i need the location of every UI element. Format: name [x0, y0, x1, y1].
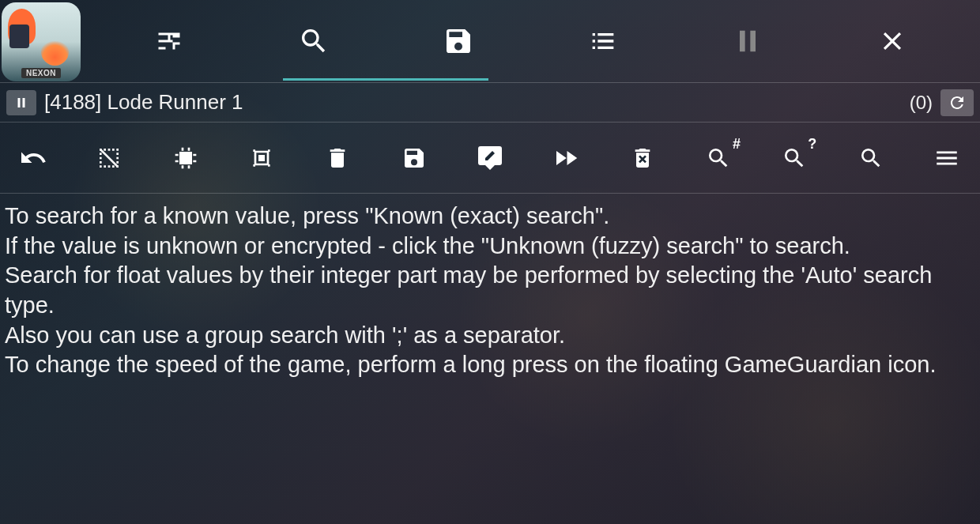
tab-search[interactable] — [298, 25, 330, 57]
search-icon — [298, 25, 330, 57]
trash-icon — [325, 145, 350, 171]
select-none-button[interactable] — [92, 141, 126, 175]
top-bar: NEXON — [0, 0, 980, 83]
undo-icon — [19, 144, 47, 172]
clear-button[interactable] — [625, 141, 660, 175]
known-search-button[interactable]: # — [701, 141, 736, 175]
save-icon — [443, 25, 474, 57]
search-sup-hash: # — [733, 136, 741, 153]
menu-button[interactable] — [929, 141, 964, 175]
top-tabs — [81, 0, 980, 82]
tab-pause[interactable] — [732, 25, 763, 57]
search-unknown-icon — [782, 145, 807, 171]
list-icon — [587, 25, 619, 57]
delete-button[interactable] — [320, 141, 355, 175]
tab-list[interactable] — [587, 25, 619, 57]
save-results-button[interactable] — [397, 141, 432, 175]
edit-tag-icon — [476, 144, 504, 172]
process-bar: [4188] Lode Runner 1 (0) — [0, 83, 980, 123]
memory-chip-icon — [173, 145, 198, 171]
unknown-search-button[interactable]: ? — [777, 141, 812, 175]
undo-button[interactable] — [16, 141, 51, 175]
pause-icon — [732, 25, 763, 58]
search-number-icon — [706, 145, 731, 171]
app-brand-label: NEXON — [21, 68, 61, 78]
help-text: To search for a known value, press "Know… — [0, 194, 980, 388]
close-icon — [877, 26, 907, 56]
pause-icon — [14, 96, 28, 110]
save-icon — [401, 145, 427, 171]
help-line: To search for a known value, press "Know… — [5, 202, 975, 232]
speed-button[interactable] — [548, 141, 583, 175]
select-none-icon — [96, 145, 122, 171]
memory-chip-outline-icon — [249, 145, 274, 171]
tab-settings[interactable] — [153, 25, 185, 57]
process-pause-button[interactable] — [6, 90, 36, 115]
memory-region-button[interactable] — [168, 141, 203, 175]
help-line: To change the speed of the game, perform… — [5, 350, 975, 380]
memory-region-outline-button[interactable] — [244, 141, 279, 175]
search-button[interactable] — [854, 141, 888, 175]
app-icon[interactable]: NEXON — [2, 2, 81, 81]
toolbar: # ? — [0, 123, 980, 194]
refresh-icon — [948, 93, 967, 112]
help-line: If the value is unknown or encrypted - c… — [5, 232, 975, 262]
tab-close[interactable] — [876, 25, 908, 57]
search-icon — [858, 145, 884, 171]
result-count: (0) — [910, 92, 933, 114]
fast-forward-icon — [552, 144, 580, 172]
search-sup-question: ? — [808, 136, 816, 153]
settings-icon — [155, 27, 183, 55]
menu-icon — [933, 145, 960, 172]
active-tab-indicator — [283, 78, 488, 81]
tab-save[interactable] — [443, 25, 474, 57]
help-line: Search for float values by their integer… — [5, 261, 975, 320]
edit-button[interactable] — [473, 141, 507, 175]
help-line: Also you can use a group search with ';'… — [5, 321, 975, 351]
process-label[interactable]: [4188] Lode Runner 1 — [44, 90, 243, 115]
refresh-button[interactable] — [940, 89, 974, 116]
trash-x-icon — [630, 145, 655, 171]
